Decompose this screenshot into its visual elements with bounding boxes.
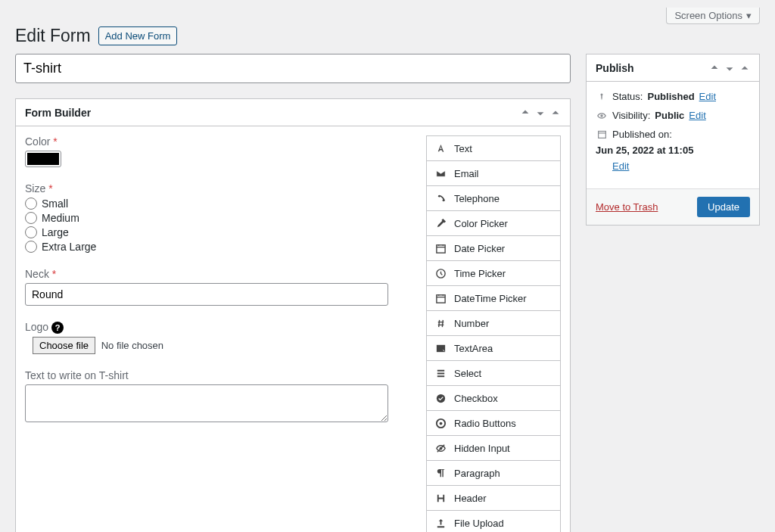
textarea-icon [434, 342, 447, 354]
size-option-medium[interactable]: Medium [25, 212, 411, 224]
move-down-icon[interactable] [724, 63, 735, 73]
move-to-trash-link[interactable]: Move to Trash [596, 201, 658, 213]
field-type-hidden[interactable]: Hidden Input [427, 436, 560, 461]
publish-box: Publish Status: Published Edit [586, 54, 760, 226]
svg-rect-2 [436, 294, 444, 302]
field-type-text[interactable]: Text [427, 136, 560, 161]
form-builder-box: Form Builder Color * Size * [15, 98, 571, 532]
field-type-checkbox[interactable]: Checkbox [427, 386, 560, 411]
hash-icon [434, 317, 447, 329]
calendar-icon [434, 292, 447, 304]
pin-icon [596, 92, 608, 101]
screen-options-label: Screen Options [674, 10, 742, 21]
published-value: Jun 25, 2022 at 11:05 [596, 145, 693, 156]
eyedropper-icon [434, 217, 447, 229]
upload-icon [434, 517, 447, 529]
field-type-colorpicker[interactable]: Color Picker [427, 211, 560, 236]
edit-date-link[interactable]: Edit [612, 160, 750, 172]
published-label: Published on: [612, 129, 672, 140]
move-up-icon[interactable] [709, 63, 720, 73]
neck-label: Neck * [25, 268, 411, 280]
color-label: Color * [25, 135, 411, 148]
field-type-paragraph[interactable]: Paragraph [427, 461, 560, 486]
field-type-datetimepicker[interactable]: DateTime Picker [427, 286, 560, 311]
field-type-number[interactable]: Number [427, 311, 560, 336]
field-type-radio[interactable]: Radio Buttons [427, 411, 560, 436]
field-type-header[interactable]: Header [427, 486, 560, 511]
field-types-list: Text Email Telephone Color Picker Date P… [426, 135, 561, 532]
visibility-value: Public [655, 110, 684, 121]
edit-status-link[interactable]: Edit [699, 91, 716, 102]
list-icon [434, 367, 447, 379]
header-icon [434, 492, 447, 504]
move-down-icon[interactable] [535, 107, 546, 118]
field-type-datepicker[interactable]: Date Picker [427, 236, 560, 261]
svg-rect-9 [598, 131, 605, 138]
svg-rect-0 [436, 244, 444, 252]
size-option-small[interactable]: Small [25, 198, 411, 210]
size-option-large[interactable]: Large [25, 226, 411, 238]
field-type-timepicker[interactable]: Time Picker [427, 261, 560, 286]
radio-icon [434, 417, 447, 429]
add-new-form-button[interactable]: Add New Form [98, 26, 178, 45]
edit-visibility-link[interactable]: Edit [689, 110, 705, 121]
svg-point-8 [600, 114, 603, 117]
toggle-panel-icon[interactable] [550, 107, 561, 118]
text-icon [434, 142, 447, 154]
field-type-textarea[interactable]: TextArea [427, 336, 560, 361]
form-builder-title: Form Builder [25, 107, 91, 119]
text-on-textarea[interactable] [25, 384, 388, 422]
update-button[interactable]: Update [697, 197, 750, 217]
choose-file-button[interactable]: Choose file [33, 337, 95, 354]
status-value: Published [647, 91, 694, 102]
calendar-icon [596, 129, 608, 139]
check-circle-icon [434, 392, 447, 404]
chevron-down-icon: ▾ [746, 10, 752, 21]
screen-options-button[interactable]: Screen Options ▾ [666, 8, 760, 24]
paragraph-icon [434, 467, 447, 479]
field-type-fileupload[interactable]: File Upload [427, 511, 560, 532]
color-swatch[interactable] [25, 151, 61, 167]
eye-slash-icon [434, 442, 447, 454]
email-icon [434, 167, 447, 179]
clock-icon [434, 267, 447, 279]
svg-point-6 [439, 422, 442, 425]
neck-input[interactable] [25, 283, 388, 306]
form-title-input[interactable] [15, 54, 571, 83]
text-on-label: Text to write on T-shirt [25, 369, 411, 381]
size-option-xlarge[interactable]: Extra Large [25, 241, 411, 253]
publish-title: Publish [596, 62, 634, 74]
toggle-panel-icon[interactable] [739, 63, 750, 73]
visibility-label: Visibility: [612, 110, 650, 121]
status-label: Status: [612, 91, 643, 102]
field-type-telephone[interactable]: Telephone [427, 186, 560, 211]
field-type-select[interactable]: Select [427, 361, 560, 386]
page-title: Edit Form [15, 26, 91, 46]
file-status: No file chosen [101, 340, 163, 351]
calendar-icon [434, 242, 447, 254]
move-up-icon[interactable] [520, 107, 531, 118]
phone-icon [434, 192, 447, 204]
field-type-email[interactable]: Email [427, 161, 560, 186]
size-label: Size * [25, 182, 411, 194]
logo-label: Logo ? [25, 321, 411, 334]
help-icon[interactable]: ? [51, 322, 64, 334]
eye-icon [596, 110, 608, 121]
